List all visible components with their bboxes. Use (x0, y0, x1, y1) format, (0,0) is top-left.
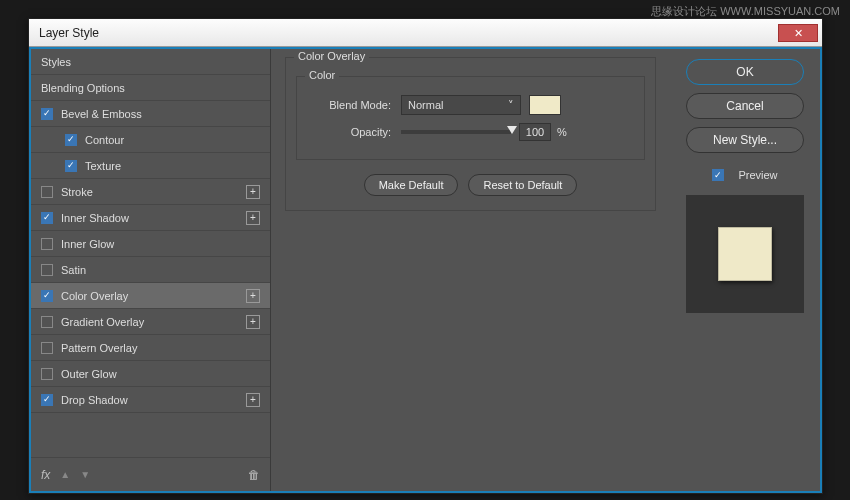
layer-style-dialog: Layer Style ✕ Styles Blending Options Be… (28, 18, 823, 494)
blend-mode-select[interactable]: Normal˅ (401, 95, 521, 115)
style-checkbox[interactable] (41, 316, 53, 328)
arrow-down-icon[interactable]: ▼ (80, 469, 90, 480)
style-item-satin[interactable]: Satin (31, 257, 270, 283)
close-button[interactable]: ✕ (778, 24, 818, 42)
opacity-input[interactable]: 100 (519, 123, 551, 141)
color-swatch[interactable] (529, 95, 561, 115)
new-style-button[interactable]: New Style... (686, 127, 804, 153)
preview-checkbox-row[interactable]: Preview (712, 169, 777, 181)
blending-options-item[interactable]: Blending Options (31, 75, 270, 101)
style-item-inner-shadow[interactable]: Inner Shadow+ (31, 205, 270, 231)
fx-icon[interactable]: fx (41, 468, 50, 482)
style-checkbox[interactable] (41, 368, 53, 380)
style-checkbox[interactable] (41, 108, 53, 120)
opacity-unit: % (557, 126, 567, 138)
style-checkbox[interactable] (41, 290, 53, 302)
styles-list-panel: Styles Blending Options Bevel & EmbossCo… (31, 49, 271, 491)
ok-button[interactable]: OK (686, 59, 804, 85)
styles-header[interactable]: Styles (31, 49, 270, 75)
color-group: Color Blend Mode: Normal˅ Opacity: 100 % (296, 76, 645, 160)
add-effect-icon[interactable]: + (246, 185, 260, 199)
color-overlay-fieldset: Color Overlay Color Blend Mode: Normal˅ … (285, 57, 656, 211)
preview-checkbox[interactable] (712, 169, 724, 181)
style-checkbox[interactable] (41, 238, 53, 250)
make-default-button[interactable]: Make Default (364, 174, 459, 196)
preview-label: Preview (738, 169, 777, 181)
add-effect-icon[interactable]: + (246, 289, 260, 303)
styles-footer: fx ▲ ▼ 🗑 (31, 457, 270, 491)
style-label: Pattern Overlay (61, 342, 137, 354)
add-effect-icon[interactable]: + (246, 211, 260, 225)
style-label: Texture (85, 160, 121, 172)
reset-default-button[interactable]: Reset to Default (468, 174, 577, 196)
style-item-drop-shadow[interactable]: Drop Shadow+ (31, 387, 270, 413)
style-item-inner-glow[interactable]: Inner Glow (31, 231, 270, 257)
style-checkbox[interactable] (41, 212, 53, 224)
opacity-slider[interactable] (401, 130, 511, 134)
opacity-label: Opacity: (309, 126, 391, 138)
dialog-title: Layer Style (39, 26, 778, 40)
section-title: Color Overlay (294, 50, 369, 62)
cancel-button[interactable]: Cancel (686, 93, 804, 119)
style-item-gradient-overlay[interactable]: Gradient Overlay+ (31, 309, 270, 335)
action-panel: OK Cancel New Style... Preview (670, 49, 820, 491)
blend-mode-label: Blend Mode: (309, 99, 391, 111)
color-group-label: Color (305, 69, 339, 81)
style-checkbox[interactable] (41, 394, 53, 406)
style-checkbox[interactable] (41, 186, 53, 198)
style-label: Drop Shadow (61, 394, 128, 406)
style-label: Inner Shadow (61, 212, 129, 224)
style-item-texture[interactable]: Texture (31, 153, 270, 179)
preview-box (686, 195, 804, 313)
style-checkbox[interactable] (41, 342, 53, 354)
add-effect-icon[interactable]: + (246, 393, 260, 407)
style-item-pattern-overlay[interactable]: Pattern Overlay (31, 335, 270, 361)
style-item-outer-glow[interactable]: Outer Glow (31, 361, 270, 387)
style-item-contour[interactable]: Contour (31, 127, 270, 153)
slider-thumb-icon[interactable] (507, 126, 517, 134)
style-checkbox[interactable] (65, 160, 77, 172)
style-label: Inner Glow (61, 238, 114, 250)
style-label: Gradient Overlay (61, 316, 144, 328)
style-label: Contour (85, 134, 124, 146)
trash-icon[interactable]: 🗑 (248, 468, 260, 482)
arrow-up-icon[interactable]: ▲ (60, 469, 70, 480)
chevron-down-icon: ˅ (508, 99, 514, 112)
style-item-stroke[interactable]: Stroke+ (31, 179, 270, 205)
style-item-bevel-emboss[interactable]: Bevel & Emboss (31, 101, 270, 127)
style-label: Bevel & Emboss (61, 108, 142, 120)
style-item-color-overlay[interactable]: Color Overlay+ (31, 283, 270, 309)
style-label: Outer Glow (61, 368, 117, 380)
add-effect-icon[interactable]: + (246, 315, 260, 329)
style-label: Satin (61, 264, 86, 276)
titlebar: Layer Style ✕ (29, 19, 822, 47)
preview-tile (718, 227, 772, 281)
dialog-body: Styles Blending Options Bevel & EmbossCo… (29, 47, 822, 493)
style-checkbox[interactable] (41, 264, 53, 276)
style-label: Color Overlay (61, 290, 128, 302)
style-checkbox[interactable] (65, 134, 77, 146)
settings-panel: Color Overlay Color Blend Mode: Normal˅ … (271, 49, 670, 491)
style-label: Stroke (61, 186, 93, 198)
watermark-text: 思缘设计论坛 WWW.MISSYUAN.COM (651, 4, 840, 19)
